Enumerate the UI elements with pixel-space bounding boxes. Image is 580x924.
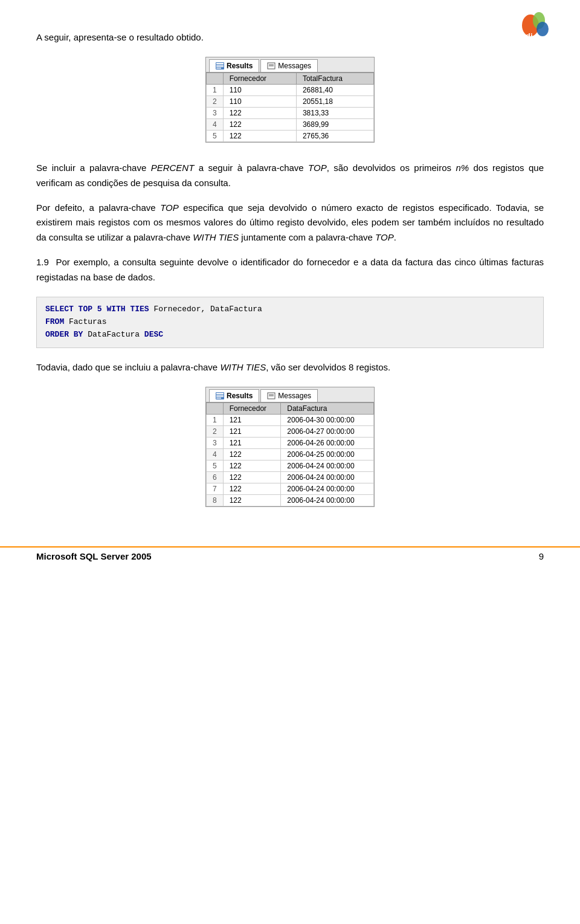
cell-value: 3813,33 (296, 108, 373, 119)
row-number: 5 (207, 131, 224, 142)
svg-rect-5 (216, 63, 224, 64)
svg-text:di: di (526, 31, 533, 40)
cell-value: 3689,99 (296, 119, 373, 131)
table-row: 21212006-04-27 00:00:00 (207, 426, 374, 438)
table1-tab-results[interactable]: Results (209, 59, 259, 72)
table2-tab-results[interactable]: Results (209, 389, 259, 402)
page-container: di A seguir, apresenta-se o resultado ob… (0, 0, 580, 573)
cell-value: 26881,40 (296, 85, 373, 96)
cell-fornecedor: 121 (223, 438, 281, 449)
table1-container: Results Messages Fornecedor Tot (36, 57, 544, 143)
table-row: 51222006-04-24 00:00:00 (207, 460, 374, 472)
messages-tab-icon (267, 62, 276, 69)
di-logo-icon: di (520, 12, 556, 42)
row-number: 4 (207, 119, 224, 131)
table1-tabs: Results Messages (206, 57, 374, 73)
cell-datafactura: 2006-04-30 00:00:00 (281, 415, 374, 426)
table1-header-rownum (207, 73, 224, 85)
table1-data: Fornecedor TotalFactura 111026881,402110… (206, 73, 374, 142)
cell-fornecedor: 122 (223, 119, 296, 131)
table2-data: Fornecedor DataFactura 11212006-04-30 00… (206, 402, 374, 506)
row-number: 2 (207, 426, 224, 438)
cell-fornecedor: 121 (223, 415, 281, 426)
row-number: 1 (207, 85, 224, 96)
row-number: 7 (207, 483, 224, 495)
row-number: 3 (207, 108, 224, 119)
cell-fornecedor: 122 (223, 483, 281, 495)
intro-text: A seguir, apresenta-se o resultado obtid… (36, 30, 544, 45)
svg-point-2 (536, 22, 549, 36)
cell-datafactura: 2006-04-24 00:00:00 (281, 472, 374, 483)
table2-box: Results Messages Fornecedor Dat (205, 387, 375, 507)
svg-rect-16 (216, 398, 221, 399)
code-block: SELECT TOP 5 WITH TIES Fornecedor, DataF… (36, 297, 544, 347)
cell-value: 20551,18 (296, 96, 373, 108)
table2-header-rownum (207, 403, 224, 415)
table-row: 211020551,18 (207, 96, 374, 108)
cell-datafactura: 2006-04-26 00:00:00 (281, 438, 374, 449)
row-number: 4 (207, 449, 224, 460)
footer-title: Microsoft SQL Server 2005 (36, 551, 152, 561)
svg-rect-7 (216, 66, 224, 68)
cell-value: 2765,36 (296, 131, 373, 142)
cell-fornecedor: 122 (223, 460, 281, 472)
table-row: 41222006-04-25 00:00:00 (207, 449, 374, 460)
row-number: 6 (207, 472, 224, 483)
para1: Se incluir a palavra-chave PERCENT a seg… (36, 161, 544, 191)
cell-fornecedor: 110 (223, 85, 296, 96)
table2-container: Results Messages Fornecedor Dat (36, 387, 544, 507)
table1-tab-messages[interactable]: Messages (260, 59, 318, 72)
section19-text: 1.9 Por exemplo, a consulta seguinte dev… (36, 255, 544, 285)
logo-area: di (520, 12, 556, 42)
para3: Todavia, dado que se incluiu a palavra-c… (36, 360, 544, 375)
cell-fornecedor: 122 (223, 495, 281, 506)
table1-header-totalfactura: TotalFactura (296, 73, 373, 85)
table2-header-datafactura: DataFactura (281, 403, 374, 415)
table1-header-fornecedor: Fornecedor (223, 73, 296, 85)
row-number: 1 (207, 415, 224, 426)
svg-rect-13 (216, 393, 224, 394)
row-number: 5 (207, 460, 224, 472)
table-row: 71222006-04-24 00:00:00 (207, 483, 374, 495)
cell-datafactura: 2006-04-24 00:00:00 (281, 495, 374, 506)
table2-header-fornecedor: Fornecedor (223, 403, 281, 415)
page-footer: Microsoft SQL Server 2005 9 (0, 546, 580, 561)
row-number: 2 (207, 96, 224, 108)
results-tab-icon (216, 62, 224, 69)
svg-rect-15 (216, 396, 224, 398)
cell-fornecedor: 122 (223, 449, 281, 460)
table-row: 11212006-04-30 00:00:00 (207, 415, 374, 426)
cell-datafactura: 2006-04-24 00:00:00 (281, 460, 374, 472)
cell-fornecedor: 121 (223, 426, 281, 438)
table-row: 51222765,36 (207, 131, 374, 142)
table2-tabs: Results Messages (206, 387, 374, 402)
table-row: 41223689,99 (207, 119, 374, 131)
table1-box: Results Messages Fornecedor Tot (205, 57, 375, 143)
svg-rect-8 (216, 68, 221, 69)
cell-datafactura: 2006-04-27 00:00:00 (281, 426, 374, 438)
table2-tab-messages[interactable]: Messages (260, 389, 318, 402)
table-row: 111026881,40 (207, 85, 374, 96)
table-row: 31223813,33 (207, 108, 374, 119)
cell-datafactura: 2006-04-25 00:00:00 (281, 449, 374, 460)
messages2-tab-icon (267, 392, 276, 399)
logo-box: di (520, 12, 556, 42)
para2: Por defeito, a palavra-chave TOP especif… (36, 201, 544, 245)
cell-fornecedor: 122 (223, 108, 296, 119)
results2-tab-icon (216, 392, 224, 399)
table-row: 61222006-04-24 00:00:00 (207, 472, 374, 483)
cell-fornecedor: 110 (223, 96, 296, 108)
svg-rect-6 (216, 65, 224, 66)
section-number: 1.9 (36, 257, 56, 267)
cell-datafactura: 2006-04-24 00:00:00 (281, 483, 374, 495)
footer-page-number: 9 (539, 551, 544, 561)
svg-rect-14 (216, 395, 224, 396)
row-number: 8 (207, 495, 224, 506)
table-row: 81222006-04-24 00:00:00 (207, 495, 374, 506)
cell-fornecedor: 122 (223, 472, 281, 483)
cell-fornecedor: 122 (223, 131, 296, 142)
table-row: 31212006-04-26 00:00:00 (207, 438, 374, 449)
row-number: 3 (207, 438, 224, 449)
